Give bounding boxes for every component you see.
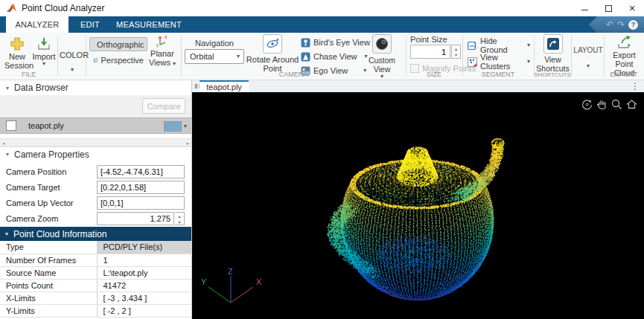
pointcloud-viewport[interactable]: Z Y X xyxy=(192,92,644,319)
compare-button[interactable]: Compare xyxy=(142,98,185,114)
home-icon[interactable] xyxy=(625,98,638,111)
axis-y-label: Y xyxy=(201,277,207,286)
chevron-down-icon: ▾ xyxy=(31,61,57,67)
camera-up-vector-row: Camera Up Vector xyxy=(0,196,191,211)
view-clusters-button[interactable]: View Clusters ▾ xyxy=(468,56,530,68)
horizontal-scrollbar[interactable]: ◂ ▸ xyxy=(0,138,191,146)
table-row[interactable]: Type PCD/PLY File(s) xyxy=(0,241,192,254)
svg-text:x: x xyxy=(165,34,168,39)
svg-text:Y: Y xyxy=(156,43,159,48)
navigation-dropdown[interactable]: Orbital ▾ xyxy=(185,49,244,64)
table-row[interactable]: Number Of Frames 1 xyxy=(0,254,192,266)
axis-x-label: X xyxy=(256,277,262,286)
chevron-down-icon: ▾ xyxy=(527,42,530,48)
layout-button[interactable]: LAYOUT ▾ xyxy=(573,46,604,69)
chevron-down-icon: ▾ xyxy=(184,123,187,129)
collapse-icon: ▾ xyxy=(6,151,9,158)
viewer-tabbar: ▮▮ teapot.ply ⋮ xyxy=(192,80,644,92)
point-size-input[interactable] xyxy=(410,45,450,59)
title-bar: Point Cloud Analyzer ✕ xyxy=(0,0,644,16)
data-browser-title: Data Browser xyxy=(14,83,68,93)
hide-ground-button[interactable]: Hide Ground ▾ xyxy=(468,39,530,51)
camera-zoom-input[interactable] xyxy=(97,212,174,225)
scroll-right-icon[interactable]: ▸ xyxy=(186,139,189,147)
orthographic-button[interactable]: Orthographic xyxy=(89,37,147,51)
table-row[interactable]: Source Name L:\teapot.ply xyxy=(0,266,192,279)
color-swatch xyxy=(164,121,182,132)
tab-measurement[interactable]: MEASUREMENT xyxy=(112,16,186,33)
tab-edit[interactable]: EDIT xyxy=(68,16,112,33)
overflow-menu-icon[interactable]: ⋮ xyxy=(631,81,640,91)
undo-icon[interactable]: ↶ xyxy=(606,20,613,29)
item-filename: teapot.ply xyxy=(28,121,64,130)
table-row[interactable]: X-Limits [ -3 , 3.434 ] xyxy=(0,291,192,304)
camera-target-row: Camera Target xyxy=(0,180,191,196)
camera-properties-header[interactable]: ▾ Camera Properties xyxy=(0,146,191,161)
section-label-camera: CAMERA xyxy=(181,71,406,78)
camera-position-input[interactable] xyxy=(97,165,185,178)
section-label-file: FILE xyxy=(0,71,57,78)
color-swatch-dropdown[interactable]: ▾ xyxy=(164,120,187,132)
scroll-left-icon[interactable]: ◂ xyxy=(2,139,5,147)
maximize-button[interactable] xyxy=(596,0,620,16)
point-cloud-info-title: Point Cloud Information xyxy=(13,229,106,239)
help-icon[interactable]: ? xyxy=(628,20,638,30)
tab-analyzer[interactable]: ANALYZER xyxy=(6,16,68,33)
zoom-icon[interactable] xyxy=(610,98,623,111)
spinner-down-icon: ▾ xyxy=(452,52,460,59)
rotate-icon[interactable] xyxy=(581,98,593,111)
matlab-logo-icon xyxy=(6,3,17,14)
chase-view-button[interactable]: Chase View ▾ xyxy=(301,51,368,62)
planar-views-icon: x Y xyxy=(155,34,170,49)
section-label-segment: SEGMENT xyxy=(462,71,534,78)
axes-toolbar xyxy=(581,98,638,111)
export-point-cloud-icon xyxy=(616,34,634,51)
window-title: Point Cloud Analyzer xyxy=(22,3,104,13)
birds-eye-view-button[interactable]: Bird's Eye View xyxy=(301,36,370,48)
data-browser-header[interactable]: ▾ Data Browser xyxy=(0,80,191,95)
camera-up-vector-input[interactable] xyxy=(97,196,185,210)
collapse-icon: ▾ xyxy=(5,231,8,237)
rotate-around-point-icon xyxy=(265,36,280,51)
camera-target-input[interactable] xyxy=(97,181,185,194)
color-button[interactable]: COLOR ▾ xyxy=(60,51,85,73)
maximize-icon xyxy=(605,5,612,12)
document-tab-teapot[interactable]: teapot.ply xyxy=(200,80,249,92)
new-session-button[interactable]: New Session xyxy=(4,36,30,70)
redo-icon[interactable]: ↷ xyxy=(617,20,625,29)
chevron-down-icon: ▾ xyxy=(60,67,85,73)
item-checkbox[interactable] xyxy=(6,120,16,131)
perspective-button[interactable]: Perspective xyxy=(89,53,147,67)
pointcloud-list-item[interactable]: teapot.ply ▾ xyxy=(0,117,191,134)
spinner-down-icon: ▾ xyxy=(175,219,184,225)
import-button[interactable]: Import ▾ xyxy=(31,36,57,67)
view-shortcuts-button[interactable]: View Shortcuts xyxy=(535,34,570,73)
point-size-stepper[interactable]: ▴ ▾ xyxy=(451,45,461,59)
table-row[interactable]: Points Count 41472 xyxy=(0,279,192,291)
chase-view-icon xyxy=(301,52,310,62)
axis-triad: Z Y X xyxy=(197,267,265,313)
import-icon xyxy=(36,36,52,52)
close-icon: ✕ xyxy=(628,4,635,13)
navigation-label: Navigation xyxy=(185,39,244,48)
rotate-around-point-button[interactable]: Rotate Around Point xyxy=(246,34,299,73)
planar-views-button[interactable]: x Y Planar Views ▾ xyxy=(146,34,179,67)
data-browser-area: Compare xyxy=(0,95,191,117)
spinner-up-icon: ▴ xyxy=(452,45,460,52)
section-label-export: EXPORT xyxy=(604,71,644,78)
left-panel: ▾ Data Browser Compare teapot.ply ▾ ◂ ▸ … xyxy=(0,80,192,319)
view-shortcuts-icon xyxy=(546,37,560,51)
table-row[interactable]: Y-Limits [ -2 , 2 ] xyxy=(0,304,192,317)
chevron-down-icon: ▾ xyxy=(237,54,240,59)
pan-icon[interactable] xyxy=(596,98,608,111)
point-cloud-info-header[interactable]: ▾ Point Cloud Information xyxy=(0,227,191,241)
camera-zoom-stepper[interactable]: ▴ ▾ xyxy=(175,212,185,225)
ribbon-tabstrip: ANALYZER EDIT MEASUREMENT ↶ ↷ ? xyxy=(0,16,644,33)
minimize-button[interactable] xyxy=(573,0,596,16)
custom-view-icon xyxy=(374,36,389,51)
camera-properties-title: Camera Properties xyxy=(14,149,89,160)
close-button[interactable]: ✕ xyxy=(620,0,644,16)
minimize-icon xyxy=(581,10,588,10)
perspective-icon xyxy=(93,56,98,65)
chevron-down-icon: ▾ xyxy=(527,59,530,65)
